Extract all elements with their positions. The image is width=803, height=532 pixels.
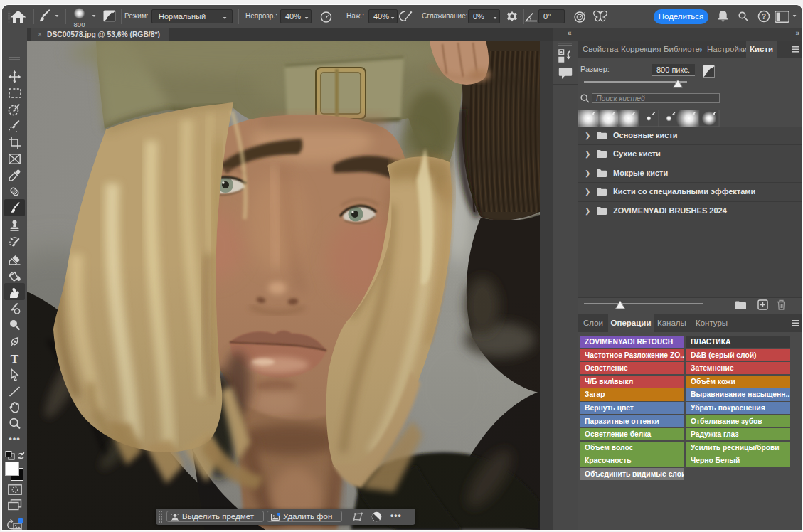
svg-text:?: ? [762,12,766,21]
